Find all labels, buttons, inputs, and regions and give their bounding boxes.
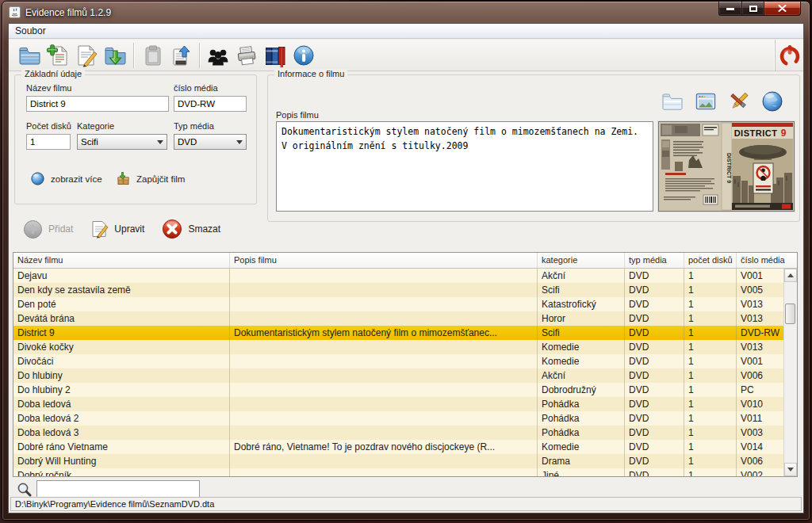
table-cell: DVD bbox=[625, 368, 684, 383]
table-row[interactable]: Den kdy se zastavila zeměScifiDVD1V005 bbox=[13, 283, 785, 297]
table-cell: Do hlubiny 2 bbox=[13, 383, 230, 397]
column-header-nazev[interactable]: Název filmu bbox=[13, 253, 230, 268]
import-button[interactable] bbox=[101, 41, 129, 70]
media-type-select[interactable]: DVD bbox=[174, 134, 247, 150]
export-button[interactable] bbox=[167, 41, 195, 70]
close-button[interactable] bbox=[764, 1, 801, 16]
table-cell: Doba ledová bbox=[13, 397, 230, 411]
table-cell: District 9 bbox=[13, 326, 230, 340]
delete-button[interactable]: Smazat bbox=[162, 219, 220, 239]
toolbar-right-section bbox=[775, 40, 803, 71]
minimize-icon bbox=[726, 8, 734, 10]
table-cell: DVD bbox=[625, 326, 684, 340]
caption-buttons bbox=[718, 1, 801, 16]
table-cell: 1 bbox=[684, 269, 737, 283]
table-cell: DVD bbox=[625, 354, 684, 368]
paste-icon-disabled bbox=[140, 44, 164, 67]
cover-web-button[interactable] bbox=[758, 90, 787, 113]
desktop: { "window": { "title": "Evidence filmů 1… bbox=[0, 0, 812, 523]
java-app-icon bbox=[9, 6, 21, 18]
table-row[interactable]: Dobrý Will HuntingDramaDVD1V006 bbox=[13, 454, 785, 468]
dvd-front-title: DISTRICT bbox=[734, 128, 778, 138]
column-header-kategorie[interactable]: kategorie bbox=[538, 253, 625, 268]
table-cell: V014 bbox=[737, 440, 785, 454]
table-cell: Dobrodružný bbox=[538, 383, 625, 397]
dvd-front-number: 9 bbox=[781, 128, 787, 139]
category-select[interactable]: Scifi bbox=[77, 134, 167, 150]
column-header-pocet[interactable]: počet disků bbox=[684, 253, 737, 268]
toolbar-separator bbox=[199, 43, 200, 68]
table-row[interactable]: Dobré ráno VietnameDobré ráno, Vietname!… bbox=[13, 440, 785, 454]
table-cell: 1 bbox=[684, 440, 737, 454]
chevron-down-icon bbox=[157, 140, 163, 144]
paste-button[interactable] bbox=[138, 41, 167, 70]
table-row[interactable]: District 9Dokumentaristickým stylem nato… bbox=[13, 326, 785, 340]
menubar: Soubor bbox=[9, 24, 803, 39]
add-button[interactable]: Přidat bbox=[23, 220, 73, 239]
table-row[interactable]: Dobrý ročníkJinéDVD1V002 bbox=[13, 468, 785, 476]
folder-icon bbox=[661, 91, 684, 112]
info-button[interactable] bbox=[289, 41, 318, 70]
film-title-input[interactable] bbox=[26, 96, 169, 112]
exit-button[interactable] bbox=[778, 44, 802, 67]
edit-row-button[interactable]: Upravit bbox=[90, 220, 144, 239]
statusbar: D:\Binyk\Programy\Evidence filmů\SeznamD… bbox=[10, 497, 802, 511]
column-header-cislo[interactable]: číslo média bbox=[737, 253, 785, 268]
edit-button[interactable] bbox=[72, 41, 101, 70]
table-row[interactable]: Devátá bránaHororDVD1V013 bbox=[13, 311, 785, 326]
cover-tools-button[interactable] bbox=[725, 90, 753, 113]
table-cell: Akční bbox=[538, 368, 625, 383]
table-cell: DVD bbox=[625, 397, 684, 411]
table-row[interactable]: DivočáciKomedieDVD1V001 bbox=[13, 354, 785, 368]
globe-icon bbox=[31, 172, 44, 185]
table-row[interactable]: Doba ledová 3PohádkaDVD1V003 bbox=[13, 426, 785, 440]
search-input[interactable] bbox=[36, 480, 200, 498]
column-header-typ[interactable]: typ média bbox=[625, 253, 684, 268]
column-header-popis[interactable]: Popis filmu bbox=[230, 253, 538, 268]
books-button[interactable] bbox=[261, 41, 289, 70]
users-button[interactable] bbox=[204, 41, 232, 70]
table-scrollbar[interactable] bbox=[783, 269, 797, 476]
open-folder-button[interactable] bbox=[15, 41, 44, 70]
table-row[interactable]: Divoké kočkyKomedieDVD1V013 bbox=[13, 340, 785, 354]
table-cell: V001 bbox=[737, 269, 785, 283]
cover-toolbar bbox=[658, 90, 787, 113]
table-cell: Scifi bbox=[538, 283, 625, 297]
table-cell: 1 bbox=[684, 383, 737, 397]
maximize-button[interactable] bbox=[742, 1, 764, 16]
cover-image-button[interactable] bbox=[691, 90, 720, 113]
chevron-down-icon bbox=[236, 140, 243, 144]
scroll-down-button[interactable] bbox=[784, 463, 797, 476]
table-cell: DVD bbox=[625, 411, 684, 426]
table-row[interactable]: Den potéKatastrofickýDVD1V013 bbox=[13, 297, 785, 311]
table-cell: V011 bbox=[737, 411, 785, 426]
cover-folder-button[interactable] bbox=[658, 90, 687, 113]
media-number-input[interactable] bbox=[174, 96, 247, 112]
table-row[interactable]: Do hlubinyAkčníDVD1V006 bbox=[13, 368, 785, 383]
scrollbar-thumb[interactable] bbox=[785, 303, 795, 324]
table-row[interactable]: Doba ledováPohádkaDVD1V010 bbox=[13, 397, 785, 411]
table-cell: 1 bbox=[684, 454, 737, 468]
table-cell: V013 bbox=[737, 297, 785, 311]
menu-soubor[interactable]: Soubor bbox=[9, 25, 52, 37]
scroll-up-button[interactable] bbox=[784, 269, 797, 282]
table-cell: V013 bbox=[737, 340, 785, 354]
print-button[interactable] bbox=[232, 41, 261, 70]
table-cell: Doba ledová 2 bbox=[13, 411, 230, 426]
film-description-textarea[interactable]: Dokumentaristickým stylem natočený film … bbox=[276, 121, 653, 212]
dvd-cover-image: DISTRICT 9 DISTRICT 9 bbox=[659, 122, 794, 211]
new-file-button[interactable] bbox=[44, 41, 72, 70]
books-icon bbox=[263, 44, 287, 67]
table-cell bbox=[230, 340, 538, 354]
show-more-button[interactable]: zobrazit více bbox=[31, 172, 102, 185]
table-row[interactable]: DejavuAkčníDVD1V001 bbox=[13, 269, 785, 283]
minimize-button[interactable] bbox=[718, 1, 742, 16]
table-cell: V006 bbox=[737, 368, 785, 383]
table-row[interactable]: Do hlubiny 2DobrodružnýDVD1PC bbox=[13, 383, 785, 397]
lend-film-button[interactable]: Zapůjčit film bbox=[117, 172, 185, 185]
table-cell: V013 bbox=[737, 311, 785, 326]
table-row[interactable]: Doba ledová 2PohádkaDVD1V011 bbox=[13, 411, 785, 426]
disc-count-input[interactable] bbox=[26, 134, 71, 150]
table-cell: Doba ledová 3 bbox=[13, 426, 230, 440]
table-cell: Dokumentaristickým stylem natočený film … bbox=[230, 326, 538, 340]
